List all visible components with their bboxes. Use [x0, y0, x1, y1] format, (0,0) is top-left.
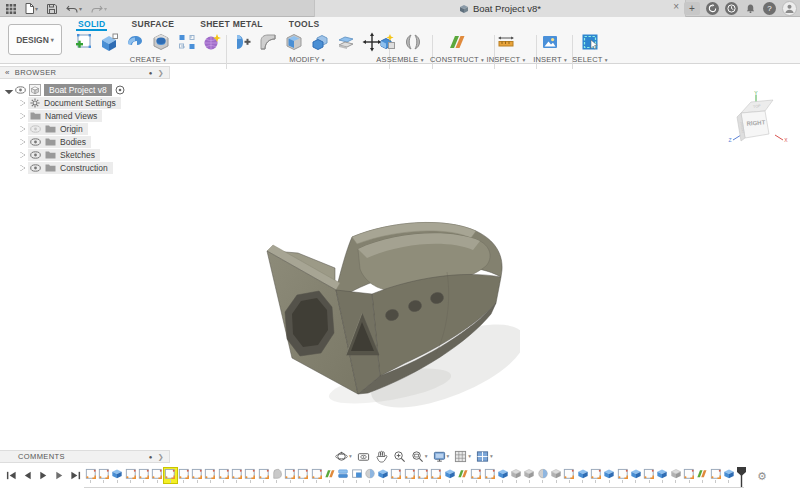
- timeline-feature-extrude[interactable]: [629, 468, 642, 483]
- recent-activity-icon[interactable]: [725, 2, 738, 15]
- eye-icon[interactable]: [30, 138, 41, 146]
- joint-icon[interactable]: [401, 30, 425, 54]
- revolve-icon[interactable]: [123, 30, 147, 54]
- eye-hidden-icon[interactable]: [30, 125, 41, 133]
- display-settings-icon[interactable]: ▾: [432, 449, 451, 464]
- timeline-feature-sketch[interactable]: [589, 468, 602, 483]
- browser-panel-header[interactable]: « BROWSER ● ❯: [0, 66, 170, 79]
- expand-icon[interactable]: [20, 126, 25, 132]
- timeline-feature-revolve[interactable]: [363, 468, 376, 483]
- undo-icon[interactable]: ▾: [66, 4, 82, 14]
- timeline-settings-gear-icon[interactable]: ⚙: [757, 470, 767, 483]
- fillet-icon[interactable]: [256, 30, 280, 54]
- timeline-feature-split[interactable]: [337, 468, 350, 483]
- select-menu[interactable]: SELECT ▾: [566, 55, 614, 64]
- construction-plane-icon[interactable]: [445, 30, 469, 54]
- timeline-feature-fillet[interactable]: [270, 468, 283, 483]
- redo-icon[interactable]: ▾: [91, 4, 107, 14]
- offset-face-icon[interactable]: [334, 30, 358, 54]
- select-icon[interactable]: [578, 30, 602, 54]
- app-menu-icon[interactable]: [6, 4, 16, 14]
- timeline-feature-sketch[interactable]: [137, 468, 150, 483]
- browser-row-origin[interactable]: Origin: [6, 122, 170, 135]
- create-menu[interactable]: CREATE ▾: [72, 55, 224, 64]
- eye-icon[interactable]: [30, 151, 41, 159]
- panel-options-icon[interactable]: ●: [149, 454, 153, 460]
- design-workspace-menu[interactable]: DESIGN▾: [8, 24, 62, 55]
- timeline-feature-sketch[interactable]: [709, 468, 722, 483]
- timeline-feature-sketch[interactable]: [84, 468, 97, 483]
- create-form-icon[interactable]: [200, 30, 224, 54]
- hole-icon[interactable]: [149, 30, 173, 54]
- timeline-feature-sketch[interactable]: [124, 468, 137, 483]
- play-icon[interactable]: [38, 470, 49, 481]
- expand-icon[interactable]: [20, 165, 25, 171]
- expand-icon[interactable]: [20, 139, 25, 145]
- orbit-icon[interactable]: ▾: [334, 449, 353, 464]
- timeline-feature-extrude[interactable]: [576, 468, 589, 483]
- timeline-feature-sketch[interactable]: [297, 468, 310, 483]
- zoom-icon[interactable]: [392, 449, 407, 464]
- timeline-feature-sketch[interactable]: [416, 468, 429, 483]
- timeline-feature-extrude[interactable]: [111, 468, 124, 483]
- grid-snap-icon[interactable]: ▾: [453, 449, 472, 464]
- browser-root-row[interactable]: Boat Project v8: [6, 83, 170, 96]
- browser-row-bodies[interactable]: Bodies: [6, 135, 170, 148]
- timeline-feature-sketch[interactable]: [190, 468, 203, 483]
- document-tab[interactable]: Boat Project v8* ×: [314, 0, 686, 17]
- profile-avatar[interactable]: [782, 1, 797, 16]
- shell-icon[interactable]: [282, 30, 306, 54]
- timeline-feature-combine[interactable]: [669, 468, 682, 483]
- timeline-feature-sketch[interactable]: [563, 468, 576, 483]
- timeline-feature-sketch[interactable]: [97, 468, 110, 483]
- collapse-panel-icon[interactable]: «: [5, 68, 10, 77]
- timeline-feature-sketch[interactable]: [616, 468, 629, 483]
- assemble-menu[interactable]: ASSEMBLE ▾: [372, 55, 428, 64]
- visibility-eye-icon[interactable]: [15, 86, 26, 94]
- ground-pin-icon[interactable]: [115, 85, 125, 95]
- press-pull-icon[interactable]: [230, 30, 254, 54]
- timeline-feature-combine[interactable]: [549, 468, 562, 483]
- sync-status-icon[interactable]: [706, 2, 719, 15]
- timeline-feature-sketch[interactable]: [177, 468, 190, 483]
- timeline-feature-sketch[interactable]: [150, 468, 163, 483]
- timeline-feature-plane[interactable]: [323, 468, 336, 483]
- view-cube[interactable]: Y Z X RIGHT TOP FRONT: [726, 90, 790, 156]
- panel-expand-icon[interactable]: ❯: [158, 453, 164, 461]
- timeline-feature-sketch[interactable]: [470, 468, 483, 483]
- new-tab-icon[interactable]: +: [684, 2, 700, 15]
- timeline-feature-sketch[interactable]: [403, 468, 416, 483]
- browser-row-document-settings[interactable]: Document Settings: [6, 96, 170, 109]
- timeline-feature-sketch[interactable]: [244, 468, 257, 483]
- timeline-feature-sketch[interactable]: [283, 468, 296, 483]
- timeline-feature-extrude[interactable]: [443, 468, 456, 483]
- timeline-feature-extrude[interactable]: [656, 468, 669, 483]
- combine-icon[interactable]: [308, 30, 332, 54]
- timeline-feature-combine[interactable]: [523, 468, 536, 483]
- close-tab-icon[interactable]: ×: [673, 1, 679, 12]
- comments-panel[interactable]: COMMENTS ● ❯: [0, 450, 170, 463]
- expand-collapse-icon[interactable]: [5, 85, 13, 93]
- browser-row-sketches[interactable]: Sketches: [6, 148, 170, 161]
- panel-options-icon[interactable]: ●: [149, 70, 153, 76]
- timeline-feature-extrude[interactable]: [496, 468, 509, 483]
- create-sketch-icon[interactable]: [72, 30, 96, 54]
- timeline-feature-combine[interactable]: [510, 468, 523, 483]
- timeline-feature-plane[interactable]: [456, 468, 469, 483]
- insert-image-icon[interactable]: [538, 30, 562, 54]
- timeline-feature-extrude[interactable]: [722, 468, 735, 483]
- timeline-feature-sketch[interactable]: [164, 468, 177, 483]
- root-component-label[interactable]: Boat Project v8: [44, 84, 112, 96]
- timeline-feature-extrude[interactable]: [377, 468, 390, 483]
- browser-row-named-views[interactable]: Named Views: [6, 109, 170, 122]
- timeline-playhead[interactable]: [736, 467, 747, 491]
- look-at-icon[interactable]: [356, 449, 371, 464]
- timeline-feature-insert[interactable]: [350, 468, 363, 483]
- timeline-feature-sketch[interactable]: [390, 468, 403, 483]
- help-icon[interactable]: ?: [763, 2, 776, 15]
- measure-icon[interactable]: [494, 30, 518, 54]
- viewports-icon[interactable]: ▾: [475, 449, 494, 464]
- panel-expand-icon[interactable]: ❯: [158, 69, 164, 77]
- timeline-feature-sketch[interactable]: [217, 468, 230, 483]
- boat-hull-model[interactable]: [240, 206, 520, 416]
